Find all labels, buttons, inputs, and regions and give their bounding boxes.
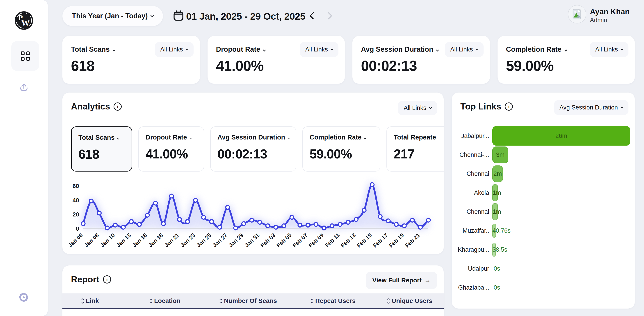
arrow-right-icon: → bbox=[424, 277, 430, 284]
tab-label: Total Scans bbox=[78, 134, 125, 141]
svg-text:Jan 25: Jan 25 bbox=[195, 232, 212, 248]
analytics-tab-total-repeate[interactable]: Total Repeate217 bbox=[386, 126, 444, 172]
user-name: Ayan Khan bbox=[590, 7, 630, 16]
stat-metric-dropdown[interactable]: Dropout Rate bbox=[216, 45, 266, 54]
top-link-row: Chennai2m bbox=[452, 164, 630, 183]
info-icon[interactable]: i bbox=[505, 102, 513, 111]
previous-period-button[interactable] bbox=[310, 13, 316, 20]
tab-label: Dropout Rate bbox=[146, 134, 197, 141]
top-link-row: Jabalpur...26m bbox=[452, 126, 630, 145]
tab-metric-label: Total Scans bbox=[78, 134, 115, 141]
svg-text:Feb 09: Feb 09 bbox=[307, 232, 325, 248]
links-filter-dropdown[interactable]: All Links bbox=[590, 42, 628, 57]
top-link-row: Chennai-...3m bbox=[452, 145, 630, 164]
svg-text:Feb 15: Feb 15 bbox=[356, 232, 373, 249]
svg-text:W: W bbox=[21, 18, 30, 28]
sort-icon bbox=[150, 299, 152, 303]
analytics-links-filter-dropdown[interactable]: All Links bbox=[398, 101, 437, 115]
stat-metric-label: Completion Rate bbox=[506, 45, 562, 53]
chevron-down-icon bbox=[117, 137, 120, 139]
sidebar-item-export[interactable] bbox=[18, 82, 29, 93]
top-link-value: 38.5s bbox=[492, 246, 501, 253]
svg-text:Jan 13: Jan 13 bbox=[115, 232, 132, 248]
sidebar-item-settings[interactable] bbox=[18, 292, 29, 302]
top-link-row: Muzaffar..40.76s bbox=[452, 221, 630, 240]
tab-metric-label: Avg Session Duration bbox=[218, 134, 285, 141]
column-header-location[interactable]: Location bbox=[150, 297, 220, 304]
column-label: Unique Users bbox=[392, 297, 432, 304]
links-filter-label: All Links bbox=[595, 46, 618, 53]
stat-metric-dropdown[interactable]: Total Scans bbox=[71, 45, 115, 54]
sort-icon bbox=[82, 299, 84, 303]
column-header-number-of-scans[interactable]: Number Of Scans bbox=[220, 297, 311, 304]
tab-value: 59.00% bbox=[310, 146, 373, 162]
info-icon[interactable]: i bbox=[103, 275, 111, 283]
analytics-tab-total-scans[interactable]: Total Scans618 bbox=[71, 126, 132, 172]
top-link-label: Ghaziaba... bbox=[452, 284, 489, 291]
svg-text:Jan 31: Jan 31 bbox=[243, 232, 260, 248]
column-header-repeat-users[interactable]: Repeat Users bbox=[311, 297, 388, 304]
stat-card: Dropout RateAll Links41.00% bbox=[208, 36, 345, 84]
top-link-row: Akola1m bbox=[452, 183, 630, 202]
brand-logo[interactable]: P W bbox=[14, 11, 34, 30]
stat-metric-label: Avg Session Duration bbox=[361, 45, 433, 53]
column-header-unique-users[interactable]: Unique Users bbox=[388, 297, 444, 304]
svg-text:Jan 16: Jan 16 bbox=[131, 232, 148, 248]
svg-text:20: 20 bbox=[72, 211, 79, 218]
chevron-down-icon bbox=[620, 47, 624, 50]
top-link-row: Ghaziaba...0s bbox=[452, 278, 630, 297]
stat-cards-row: Total ScansAll Links618Dropout RateAll L… bbox=[62, 36, 635, 84]
view-full-report-button[interactable]: View Full Report → bbox=[366, 272, 437, 289]
analytics-tab-avg-session-duration[interactable]: Avg Session Duration00:02:13 bbox=[210, 126, 296, 172]
top-link-value: 2m bbox=[492, 171, 503, 178]
chevron-down-icon bbox=[364, 137, 366, 139]
links-filter-dropdown[interactable]: All Links bbox=[445, 42, 484, 57]
chevron-down-icon bbox=[150, 14, 154, 17]
top-link-value: 3m bbox=[492, 151, 508, 159]
date-range-preset-dropdown[interactable]: This Year (Jan - Today) bbox=[62, 6, 163, 26]
top-links-title: Top Links i bbox=[460, 102, 513, 111]
pw-logo-icon: P W bbox=[14, 11, 34, 30]
top-link-label: Chennai-... bbox=[452, 151, 489, 159]
links-filter-dropdown[interactable]: All Links bbox=[300, 42, 338, 57]
avatar[interactable] bbox=[568, 5, 586, 24]
analytics-tab-completion-rate[interactable]: Completion Rate59.00% bbox=[302, 126, 380, 172]
stat-metric-label: Dropout Rate bbox=[216, 45, 260, 53]
analytics-title: Analytics i bbox=[71, 102, 122, 111]
info-icon[interactable]: i bbox=[114, 102, 122, 111]
stat-metric-dropdown[interactable]: Completion Rate bbox=[506, 45, 567, 54]
chevron-down-icon bbox=[564, 49, 567, 52]
calendar-icon bbox=[172, 10, 184, 23]
top-links-metric-dropdown[interactable]: Avg Session Duration bbox=[554, 100, 628, 115]
svg-text:Feb 07: Feb 07 bbox=[291, 232, 309, 248]
svg-text:Jan 10: Jan 10 bbox=[99, 232, 116, 248]
top-link-label: Akola bbox=[452, 189, 489, 196]
sidebar-item-dashboard[interactable] bbox=[11, 41, 39, 71]
range-preset-label: This Year (Jan - Today) bbox=[72, 12, 148, 20]
top-links-bar-chart: Jabalpur...26mChennai-...3mChennai2mAkol… bbox=[452, 126, 635, 302]
links-filter-label: All Links bbox=[305, 46, 328, 53]
next-period-button[interactable] bbox=[326, 13, 331, 20]
chevron-down-icon bbox=[112, 49, 115, 52]
top-link-value: 0s bbox=[492, 284, 501, 291]
top-link-row: Udaipur0s bbox=[452, 259, 630, 278]
top-link-label: Chennai bbox=[452, 171, 489, 178]
stat-card: Total ScansAll Links618 bbox=[62, 36, 200, 84]
upload-icon bbox=[18, 82, 29, 93]
date-range-display[interactable]: 01 Jan, 2025 - 29 Oct, 2025 bbox=[186, 11, 305, 22]
chevron-down-icon bbox=[429, 106, 432, 109]
svg-text:Jan 27: Jan 27 bbox=[211, 232, 228, 248]
column-header-link[interactable]: Link bbox=[82, 297, 150, 304]
stat-value: 59.00% bbox=[506, 58, 554, 74]
svg-text:0: 0 bbox=[76, 225, 79, 232]
top-link-value: 26m bbox=[492, 132, 630, 139]
links-filter-dropdown[interactable]: All Links bbox=[155, 42, 194, 57]
links-filter-label: All Links bbox=[450, 46, 473, 53]
tab-value: 41.00% bbox=[146, 146, 197, 162]
column-label: Location bbox=[154, 297, 180, 304]
user-role: Admin bbox=[590, 17, 607, 24]
top-link-value: 0s bbox=[492, 265, 501, 272]
stat-metric-dropdown[interactable]: Avg Session Duration bbox=[361, 45, 438, 54]
top-link-row: Chennai1m bbox=[452, 202, 630, 221]
analytics-tab-dropout-rate[interactable]: Dropout Rate41.00% bbox=[138, 126, 204, 172]
